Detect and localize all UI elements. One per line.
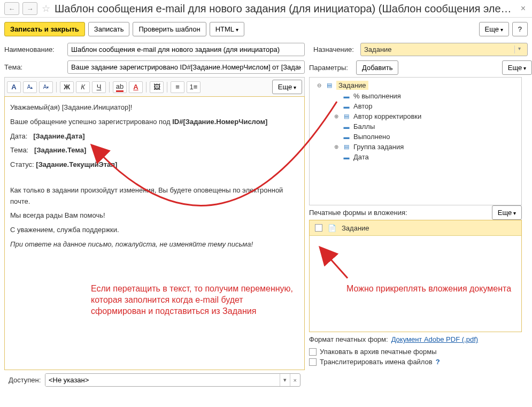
email-body-editor[interactable]: Уважаемый(ая) [Задание.Инициатор]! Ваше … [4, 96, 305, 370]
tree-item[interactable]: Дата [353, 153, 369, 161]
italic-icon[interactable]: К [76, 81, 90, 93]
field-icon: ▬ [343, 155, 350, 160]
field-icon: ▬ [343, 124, 350, 129]
print-format-label: Формат печатных форм: [309, 335, 388, 343]
attachment-name: Задание [342, 224, 369, 232]
check-template-button[interactable]: Проверить шаблон [133, 22, 206, 36]
tree-item[interactable]: Автор корректировки [353, 112, 421, 120]
available-combo[interactable]: ▾ × [45, 373, 300, 387]
save-and-close-button[interactable]: Записать и закрыть [4, 22, 85, 36]
editor-line: Как только в задании произойдут изменени… [10, 185, 299, 208]
expand-icon[interactable]: ⊕ [333, 144, 340, 150]
attachments-list[interactable]: 📄 Задание [309, 220, 522, 332]
html-mode-button[interactable]: HTML [210, 22, 244, 36]
field-icon: ▬ [343, 94, 350, 99]
editor-more-button[interactable]: Еще [272, 80, 302, 94]
bg-color-icon[interactable]: ab [113, 81, 127, 93]
attachment-checkbox[interactable] [315, 224, 322, 232]
tree-item[interactable]: Баллы [353, 122, 375, 130]
expand-icon[interactable]: ⊕ [333, 113, 340, 119]
page-title: Шаблон сообщения e-mail для нового задан… [55, 3, 515, 15]
subject-input[interactable] [67, 60, 305, 74]
subject-label: Тема: [4, 63, 63, 71]
editor-toolbar: A A▴ A▾ Ж К Ч ab A 🖼 ≡ 1≡ Еще [4, 77, 305, 96]
font-normal-icon[interactable]: A [7, 81, 21, 93]
editor-line: Статус: [Задание.ТекущийЭтап] [10, 159, 299, 171]
tree-item[interactable]: % выполнения [353, 92, 401, 100]
translit-label: Транслитерировать имена файлов [320, 358, 433, 366]
table-icon: ▤ [343, 114, 350, 119]
chevron-down-icon[interactable]: ▾ [280, 374, 290, 386]
name-label: Наименование: [4, 45, 63, 53]
font-decrease-icon[interactable]: A▾ [39, 81, 53, 93]
more-button[interactable]: Еще [479, 22, 509, 36]
translit-checkbox[interactable] [309, 358, 317, 366]
editor-line: Тема: [Задание.Тема] [10, 145, 299, 156]
params-more-button[interactable]: Еще [502, 60, 532, 75]
editor-line: Дата: [Задание.Дата] [10, 131, 299, 142]
pack-archive-label: Упаковать в архив печатные формы [320, 348, 436, 356]
available-input[interactable] [45, 374, 280, 386]
field-icon: ▬ [343, 104, 350, 109]
underline-icon[interactable]: Ч [92, 81, 106, 93]
print-format-link[interactable]: Документ Adobe PDF (.pdf) [391, 335, 478, 343]
document-icon: 📄 [328, 224, 336, 232]
save-button[interactable]: Записать [88, 22, 130, 36]
field-icon: ▬ [343, 134, 350, 140]
tree-root[interactable]: Задание [336, 81, 368, 90]
attach-more-button[interactable]: Еще [492, 205, 522, 220]
bullet-list-icon[interactable]: ≡ [171, 81, 184, 93]
attachments-label: Печатные формы и вложения: [309, 205, 407, 220]
nav-back-button[interactable]: ← [4, 2, 19, 15]
help-button[interactable]: ? [512, 22, 528, 36]
close-icon[interactable]: × [519, 4, 528, 13]
insert-image-icon[interactable]: 🖼 [150, 81, 164, 93]
number-list-icon[interactable]: 1≡ [187, 81, 201, 93]
chevron-down-icon[interactable]: ▾ [514, 45, 524, 53]
nav-forward-button[interactable]: → [22, 2, 37, 15]
table-icon: ▤ [343, 144, 350, 150]
editor-line: Уважаемый(ая) [Задание.Инициатор]! [10, 102, 299, 113]
tree-item[interactable]: Выполнено [353, 133, 390, 141]
table-icon: ▤ [326, 83, 333, 88]
editor-line: Ваше обращение успешно зарегистрировано … [10, 117, 299, 128]
text-color-icon[interactable]: A [129, 81, 143, 93]
add-param-button[interactable]: Добавить [356, 60, 398, 75]
available-label: Доступен: [9, 376, 41, 384]
purpose-label: Назначение: [313, 45, 356, 53]
purpose-value: Задание [364, 45, 514, 53]
purpose-select[interactable]: Задание ▾ [360, 43, 528, 56]
editor-line: При ответе на данное письмо, пожалуйста,… [10, 239, 299, 250]
tree-item[interactable]: Группа задания [353, 143, 404, 151]
editor-line: Мы всегда рады Вам помочь! [10, 210, 299, 221]
favorite-star-icon[interactable]: ☆ [41, 3, 51, 14]
editor-line: С уважением, служба поддержки. [10, 225, 299, 236]
collapse-icon[interactable]: ⊖ [316, 82, 322, 88]
bold-icon[interactable]: Ж [60, 81, 74, 93]
pack-archive-checkbox[interactable] [309, 348, 317, 356]
name-input[interactable] [67, 43, 305, 56]
params-label: Параметры: [309, 64, 352, 72]
clear-icon[interactable]: × [290, 374, 300, 386]
font-increase-icon[interactable]: A▴ [23, 81, 37, 93]
parameters-tree[interactable]: ⊖ ▤ Задание ▬% выполнения ▬Автор ⊕▤Автор… [309, 77, 522, 205]
help-icon[interactable]: ? [436, 358, 440, 366]
tree-item[interactable]: Автор [353, 102, 373, 110]
attachment-row[interactable]: 📄 Задание [310, 220, 521, 236]
